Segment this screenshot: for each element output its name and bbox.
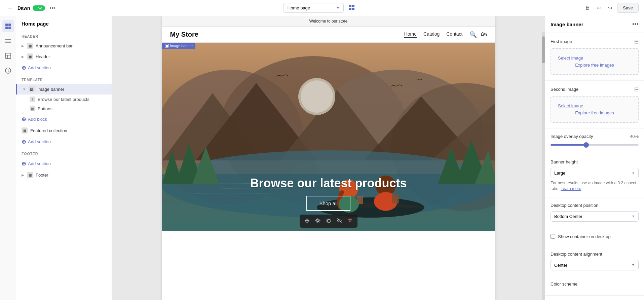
topbar-center: Home page About Contact [61, 2, 579, 14]
rail-pages-icon[interactable] [2, 20, 14, 32]
welcome-text: Welcome to our store [309, 19, 348, 24]
svg-rect-5 [8, 24, 11, 26]
stack-icon: ⊟ [634, 38, 639, 45]
plus-icon: ⊕ [22, 116, 26, 122]
nav-home[interactable]: Home [404, 31, 417, 38]
nav-links: Home Catalog Contact [404, 31, 463, 38]
overlay-opacity-row: Image overlay opacity 40% [551, 134, 639, 139]
sidebar-item-image-banner[interactable]: ▼ 🖼 Image banner [16, 84, 112, 95]
plus-icon: ⊕ [22, 65, 26, 71]
desktop-position-select[interactable]: Top Left Top Center Top Right Middle Lef… [551, 211, 639, 222]
footer-icon: ▦ [27, 172, 33, 178]
sidebar-sub-buttons[interactable]: ▦ Buttons [16, 104, 112, 113]
toolbar-hide-icon[interactable] [335, 217, 344, 226]
add-section-footer-button[interactable]: ⊕ Add section [16, 158, 112, 170]
right-panel: Image banner ••• First image ⊟ Select im… [545, 16, 644, 300]
store-name: Dawn [17, 5, 30, 11]
svg-rect-1 [352, 5, 354, 7]
sidebar-sub-browse[interactable]: T Browse our latest products [16, 95, 112, 104]
expand-arrow-icon: ▼ [23, 87, 26, 91]
desktop-alignment-select[interactable]: Left Center Right [551, 260, 639, 270]
search-icon[interactable]: 🔍 [469, 31, 477, 38]
add-section-header-label: Add section [28, 65, 51, 70]
save-button[interactable]: Save [617, 3, 639, 13]
page-select[interactable]: Home page About Contact [283, 3, 344, 13]
svg-rect-7 [8, 27, 11, 29]
svg-rect-39 [328, 220, 330, 222]
desktop-alignment-label: Desktop content alignment [551, 252, 639, 257]
redo-button[interactable]: ↪ [606, 3, 614, 13]
announcement-bar-icon: ▦ [27, 43, 33, 49]
banner-height-select[interactable]: Small Medium Large Extra large Custom [551, 168, 639, 178]
image-banner-label: Image banner [162, 43, 196, 49]
sidebar-item-footer[interactable]: ▶ ▦ Footer [16, 170, 112, 180]
stack-icon-2: ⊟ [634, 86, 639, 92]
header-label: Header [36, 54, 50, 59]
learn-more-link[interactable]: Learn more [561, 186, 581, 191]
rail-blocks-icon[interactable] [2, 50, 14, 62]
featured-collection-icon: ▦ [22, 127, 28, 134]
add-section-header-button[interactable]: ⊕ Add section [16, 62, 112, 74]
left-icon-rail [0, 16, 16, 300]
expand-arrow-icon: ▶ [22, 55, 24, 59]
expand-arrow-icon: ▶ [22, 44, 24, 48]
select-image-button-2[interactable]: Select image [558, 103, 583, 108]
nav-icons: 🔍 🛍 [469, 31, 487, 38]
buttons-label: Buttons [38, 106, 52, 111]
explore-free-images-button-2[interactable]: Explore free images [575, 110, 614, 115]
cart-icon[interactable]: 🛍 [481, 31, 487, 38]
topbar: ← Dawn Live ••• Home page About Contact … [0, 0, 644, 16]
add-section-template-button[interactable]: ⊕ Add section [16, 136, 112, 148]
more-options-button[interactable]: ••• [48, 3, 58, 13]
nav-catalog[interactable]: Catalog [423, 31, 440, 38]
rail-apps-icon[interactable] [2, 65, 14, 77]
buttons-icon: ▦ [30, 106, 35, 111]
overlay-opacity-section: Image overlay opacity 40% [545, 128, 644, 154]
explore-free-images-button[interactable]: Explore free images [575, 63, 614, 68]
undo-button[interactable]: ↩ [595, 3, 603, 13]
sidebar-item-announcement-bar[interactable]: ▶ ▦ Announcement bar [16, 40, 112, 51]
toolbar-delete-icon[interactable] [345, 217, 355, 226]
footer-section-label: FOOTER [16, 148, 112, 158]
svg-rect-8 [5, 53, 11, 59]
add-section-template-label: Add section [28, 139, 51, 144]
toolbar-move-icon[interactable] [302, 217, 312, 226]
overlay-value: 40% [630, 134, 639, 139]
welcome-bar: Welcome to our store [162, 16, 495, 27]
image-banner-icon: 🖼 [29, 86, 35, 92]
back-button[interactable]: ← [5, 3, 15, 13]
overlay-opacity-slider[interactable] [551, 144, 639, 146]
add-block-button[interactable]: ⊕ Add block [16, 113, 112, 125]
remove-section-button[interactable]: Remove section [545, 299, 594, 300]
svg-rect-11 [166, 45, 168, 47]
preview-frame: Welcome to our store My Store Home Catal… [162, 16, 495, 300]
svg-point-23 [301, 80, 333, 113]
template-section-label: TEMPLATE [16, 74, 112, 84]
panel-more-button[interactable]: ••• [632, 21, 639, 28]
desktop-position-label: Desktop content position [551, 203, 639, 208]
left-sidebar: Home page HEADER ▶ ▦ Announcement bar ▶ … [16, 16, 112, 300]
rail-sections-icon[interactable] [2, 35, 14, 47]
select-image-button[interactable]: Select image [558, 55, 583, 61]
header-icon: ▦ [27, 53, 33, 60]
overlay-label: Image overlay opacity [551, 134, 593, 139]
banner-image[interactable]: Browse our latest products Shop all [162, 43, 495, 231]
show-container-label[interactable]: Show container on desktop [558, 234, 611, 239]
expand-arrow-icon: ▶ [22, 173, 24, 177]
first-image-label: First image ⊟ [551, 38, 639, 45]
first-image-upload-box: Select image Explore free images [551, 48, 639, 75]
shop-all-button[interactable]: Shop all [306, 196, 350, 211]
nav-contact[interactable]: Contact [446, 31, 462, 38]
footer-label: Footer [36, 173, 48, 178]
toolbar-settings-icon[interactable] [313, 217, 323, 226]
desktop-preview-button[interactable]: 🖥 [583, 3, 592, 13]
svg-rect-6 [5, 27, 8, 29]
sidebar-item-header[interactable]: ▶ ▦ Header [16, 51, 112, 62]
grid-view-button[interactable] [346, 2, 357, 14]
browse-label: Browse our latest products [38, 97, 89, 102]
toolbar-duplicate-icon[interactable] [324, 217, 333, 226]
sidebar-item-featured-collection[interactable]: ▦ Featured collection [16, 125, 112, 136]
topbar-right: 🖥 ↩ ↪ Save [583, 3, 639, 13]
announcement-bar-label: Announcement bar [36, 43, 73, 48]
show-container-checkbox[interactable] [551, 234, 555, 239]
